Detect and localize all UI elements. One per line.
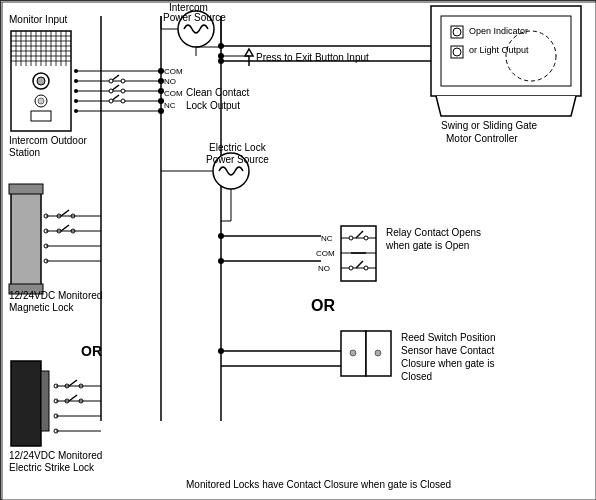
- svg-point-80: [350, 350, 356, 356]
- reed-switch-label: Reed Switch Position: [401, 332, 496, 343]
- or-top-label: OR: [311, 297, 335, 314]
- svg-point-55: [109, 89, 113, 93]
- swing-gate-label: Swing or Sliding Gate: [441, 120, 538, 131]
- svg-point-119: [218, 348, 224, 354]
- intercom-outdoor-label2: Station: [9, 147, 40, 158]
- reed-switch-label4: Closed: [401, 371, 432, 382]
- svg-point-56: [121, 89, 125, 93]
- nc-relay-label: NC: [321, 234, 333, 243]
- svg-point-20: [37, 77, 45, 85]
- mag-lock-label2: Magnetic Lock: [9, 302, 74, 313]
- electric-strike-label2: Electric Strike Lock: [9, 462, 95, 473]
- motor-controller-label: Motor Controller: [446, 133, 518, 144]
- svg-rect-101: [11, 361, 41, 446]
- svg-rect-88: [11, 186, 41, 286]
- svg-rect-89: [9, 184, 43, 194]
- clean-contact-label: Clean Contact: [186, 87, 250, 98]
- or-bottom-label: OR: [81, 343, 102, 359]
- svg-point-76: [349, 266, 353, 270]
- svg-point-72: [349, 236, 353, 240]
- nc-label1: NC: [164, 101, 176, 110]
- electric-lock-power-label: Electric Lock: [209, 142, 267, 153]
- intercom-outdoor-label: Intercom Outdoor: [9, 135, 87, 146]
- wiring-diagram: Monitor Input Intercom Outdoor Station I…: [0, 0, 596, 500]
- com-relay-label: COM: [316, 249, 335, 258]
- com-label1: COM: [164, 67, 183, 76]
- svg-point-59: [121, 99, 125, 103]
- svg-point-81: [375, 350, 381, 356]
- svg-point-129: [218, 43, 224, 49]
- open-indicator-label: Open Indicator: [469, 26, 528, 36]
- electric-lock-power-label2: Power Source: [206, 154, 269, 165]
- svg-point-73: [364, 236, 368, 240]
- intercom-power-label2: Power Source: [163, 12, 226, 23]
- mag-lock-label: 12/24VDC Monitored: [9, 290, 102, 301]
- no-relay-label: NO: [318, 264, 330, 273]
- relay-contact-label: Relay Contact Opens: [386, 227, 481, 238]
- svg-point-77: [364, 266, 368, 270]
- svg-rect-23: [31, 111, 51, 121]
- reed-switch-label2: Sensor have Contact: [401, 345, 495, 356]
- reed-switch-label3: Closure when gate is: [401, 358, 494, 369]
- com-label2: COM: [164, 89, 183, 98]
- clean-contact-label2: Lock Output: [186, 100, 240, 111]
- monitor-input-label: Monitor Input: [9, 14, 68, 25]
- monitored-locks-label: Monitored Locks have Contact Closure whe…: [186, 479, 451, 490]
- svg-point-22: [38, 98, 44, 104]
- svg-point-115: [218, 233, 224, 239]
- svg-point-130: [218, 58, 224, 64]
- svg-point-116: [218, 258, 224, 264]
- svg-point-53: [121, 79, 125, 83]
- or-light-label: or Light Output: [469, 45, 529, 55]
- svg-point-52: [109, 79, 113, 83]
- svg-point-58: [109, 99, 113, 103]
- svg-rect-102: [41, 371, 49, 431]
- relay-contact-label2: when gate is Open: [385, 240, 469, 251]
- no-label1: NO: [164, 77, 176, 86]
- electric-strike-label: 12/24VDC Monitored: [9, 450, 102, 461]
